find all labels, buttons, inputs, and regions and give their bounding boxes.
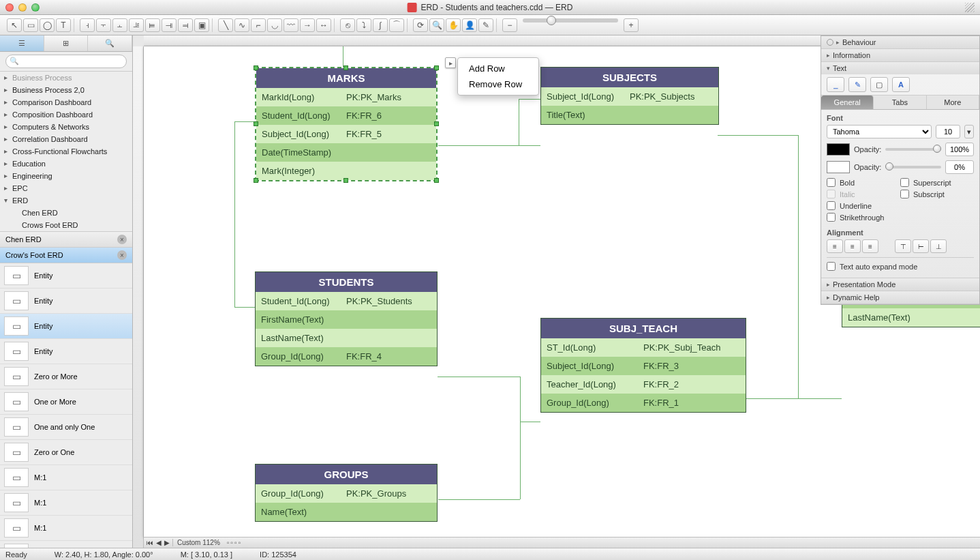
tree-item[interactable]: Cross-Functional Flowcharts xyxy=(0,145,132,158)
props-section-help[interactable]: ▸Dynamic Help xyxy=(821,291,979,304)
selection-handle[interactable] xyxy=(343,178,348,183)
connector[interactable] xyxy=(519,99,519,145)
bg-opacity-slider[interactable] xyxy=(885,166,941,168)
autoexpand-checkbox[interactable] xyxy=(827,262,836,271)
close-icon[interactable]: × xyxy=(117,250,127,260)
align-middle-tool[interactable]: ⫢ xyxy=(145,18,160,32)
arc-connector-tool[interactable]: ⌒ xyxy=(389,18,404,32)
shape-list-item[interactable]: ▭M:1 xyxy=(0,490,132,516)
align-center-h-tool[interactable]: ⫟ xyxy=(96,18,111,32)
tree-item[interactable]: Business Process xyxy=(0,71,132,84)
smart-tag-button[interactable]: ▸ xyxy=(445,57,456,68)
connector[interactable] xyxy=(718,135,798,136)
align-center-button[interactable]: ≡ xyxy=(844,239,861,253)
tree-item[interactable]: EPC xyxy=(0,182,132,194)
connector[interactable] xyxy=(746,398,842,399)
erd-table-subj-teach[interactable]: SUBJ_TEACH ST_Id(Long)PK:PK_Subj_TeachSu… xyxy=(540,318,746,413)
window-zoom-button[interactable] xyxy=(31,3,40,12)
font-family-select[interactable]: Tahoma xyxy=(827,125,932,138)
strikethrough-checkbox[interactable] xyxy=(827,213,836,222)
close-icon[interactable]: × xyxy=(117,235,127,244)
text-tool[interactable]: T xyxy=(56,18,71,32)
tree-item[interactable]: Correlation Dashboard xyxy=(0,133,132,145)
connector[interactable] xyxy=(520,377,521,499)
selection-handle[interactable] xyxy=(343,65,348,70)
sidebar-tab-grid[interactable]: ⊞ xyxy=(44,35,89,51)
eyedropper-tool[interactable]: ✎ xyxy=(478,18,493,32)
connector[interactable] xyxy=(520,422,540,422)
smart-connector-tool[interactable]: ⎋ xyxy=(340,18,355,32)
window-minimize-button[interactable] xyxy=(18,3,27,12)
group-tool[interactable]: ▣ xyxy=(194,18,209,32)
page-tabs-icon[interactable]: ▫▫▫▫ xyxy=(227,539,242,546)
open-document-tab[interactable]: Chen ERD× xyxy=(0,232,132,248)
valign-bottom-button[interactable]: ⊥ xyxy=(930,239,947,253)
arrow-tool[interactable]: → xyxy=(300,18,315,32)
underline-checkbox[interactable] xyxy=(827,201,836,210)
valign-top-button[interactable]: ⊤ xyxy=(895,239,911,253)
text-underline-color-tool[interactable]: ⎯ xyxy=(827,77,844,92)
align-right-tool[interactable]: ⫠ xyxy=(112,18,127,32)
erd-table-row[interactable]: FirstName(Text) xyxy=(256,310,437,329)
refresh-tool[interactable]: ⟳ xyxy=(413,18,428,32)
tree-item[interactable]: Composition Dashboard xyxy=(0,108,132,121)
selection-handle[interactable] xyxy=(254,178,258,183)
erd-table-row[interactable]: Mark(Integer) xyxy=(256,162,436,180)
align-bottom-tool[interactable]: ⫣ xyxy=(162,18,177,32)
text-highlight-tool[interactable]: ✎ xyxy=(848,77,866,92)
text-opacity-input[interactable] xyxy=(945,143,974,156)
pointer-tool[interactable]: ↖ xyxy=(7,18,22,32)
align-left-button[interactable]: ≡ xyxy=(827,239,843,253)
erd-table-row[interactable]: Subject_Id(Long)FK:FR_3 xyxy=(541,357,746,375)
page-nav-next-icon[interactable]: ▶ xyxy=(164,539,170,546)
tree-item-child[interactable]: Crows Foot ERD xyxy=(0,219,132,231)
bg-color-swatch[interactable] xyxy=(827,161,850,173)
props-section-text[interactable]: ▾Text xyxy=(821,62,979,74)
align-top-tool[interactable]: ⫡ xyxy=(129,18,144,32)
round-connector-tool[interactable]: ⤵ xyxy=(356,18,371,32)
tree-item[interactable]: Comparison Dashboard xyxy=(0,96,132,108)
shape-list-item[interactable]: ▭Zero or One xyxy=(0,440,132,465)
shape-list-item[interactable]: ▭Zero or More xyxy=(0,364,132,389)
erd-table-row[interactable]: LastName(Text) xyxy=(256,329,437,347)
page-nav-first-icon[interactable]: ⏮ xyxy=(147,539,153,546)
tree-item[interactable]: Engineering xyxy=(0,170,132,182)
erd-table-row[interactable]: Group_Id(Long)FK:FR_1 xyxy=(541,394,746,412)
connector-tool[interactable]: ⌐ xyxy=(251,18,266,32)
pan-tool[interactable]: ✋ xyxy=(446,18,461,32)
context-menu-remove-row[interactable]: Remove Row xyxy=(458,76,538,92)
shape-list-item[interactable]: ▭Entity xyxy=(0,263,132,289)
connector[interactable] xyxy=(798,135,799,319)
user-tool[interactable]: 👤 xyxy=(462,18,477,32)
shape-list-item[interactable]: ▭One and only One xyxy=(0,415,132,440)
rectangle-tool[interactable]: ▭ xyxy=(23,18,38,32)
superscript-checkbox[interactable] xyxy=(900,178,909,187)
horizontal-scrollbar[interactable]: ⏮ ◀ ▶ Custom 112% ▫▫▫▫ xyxy=(144,537,980,548)
shape-list-item[interactable]: ▭One or More xyxy=(0,389,132,415)
sidebar-tab-tree[interactable]: ☰ xyxy=(0,35,44,51)
shape-list-item[interactable]: ▭M:1 xyxy=(0,541,132,548)
erd-table-row[interactable]: Name(Text) xyxy=(256,503,437,521)
align-left-tool[interactable]: ⫞ xyxy=(80,18,95,32)
props-section-presentation[interactable]: ▸Presentation Mode xyxy=(821,278,979,291)
text-box-tool[interactable]: ▢ xyxy=(870,77,888,92)
sidebar-tab-search[interactable]: 🔍 xyxy=(88,35,132,51)
zoom-slider[interactable] xyxy=(523,18,618,23)
props-tab-more[interactable]: More xyxy=(927,95,979,109)
shape-list-item[interactable]: ▭M:1 xyxy=(0,465,132,490)
zoom-in-button[interactable]: + xyxy=(624,18,639,32)
connector[interactable] xyxy=(234,121,256,122)
double-arrow-tool[interactable]: ↔ xyxy=(316,18,331,32)
selection-handle[interactable] xyxy=(434,65,439,70)
props-tab-tabs[interactable]: Tabs xyxy=(874,95,926,109)
connector[interactable] xyxy=(234,307,256,308)
selection-handle[interactable] xyxy=(434,178,439,183)
curve-tool[interactable]: ∿ xyxy=(234,18,249,32)
distribute-tool[interactable]: ⫤ xyxy=(178,18,193,32)
align-right-button[interactable]: ≡ xyxy=(862,239,878,253)
zoom-level-label[interactable]: Custom 112% xyxy=(172,539,220,546)
selection-handle[interactable] xyxy=(434,121,439,126)
open-document-tab[interactable]: Crow's Foot ERD× xyxy=(0,248,132,263)
tree-item[interactable]: Business Process 2,0 xyxy=(0,84,132,96)
tree-item[interactable]: Education xyxy=(0,158,132,170)
